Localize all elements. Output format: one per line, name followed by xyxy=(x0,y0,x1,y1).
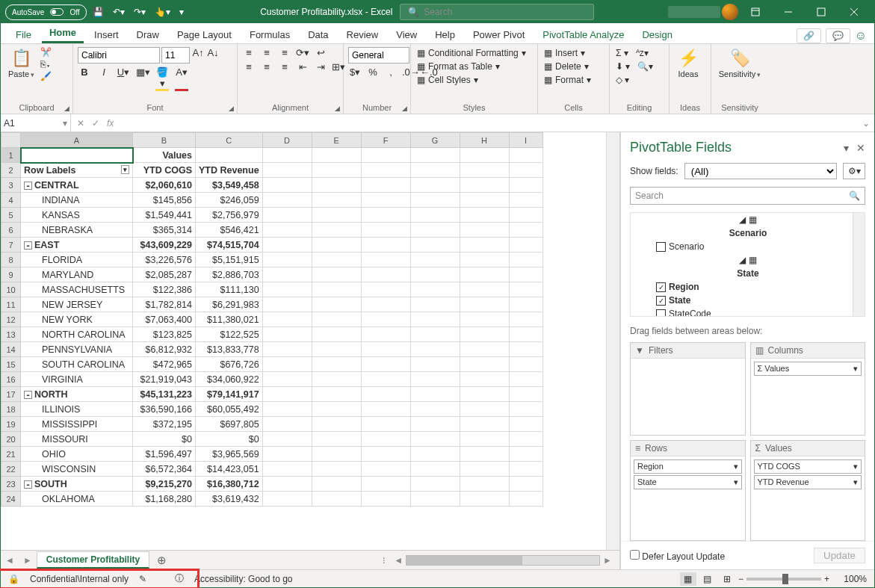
cell[interactable]: $676,726 xyxy=(196,357,263,372)
increase-indent-icon[interactable]: ⇥ xyxy=(314,61,327,72)
sheet-nav-next[interactable]: ► xyxy=(19,555,37,566)
cell[interactable] xyxy=(312,223,361,238)
cell[interactable]: $14,423,051 xyxy=(196,462,263,477)
cell[interactable] xyxy=(460,253,509,267)
insert-cells-button[interactable]: ▦ Insert ▾ xyxy=(542,47,593,59)
cell[interactable] xyxy=(509,432,542,447)
cell[interactable]: ILLINOIS xyxy=(21,402,133,417)
tab-design[interactable]: Design xyxy=(634,26,679,43)
cell[interactable] xyxy=(262,148,312,163)
currency-icon[interactable]: $▾ xyxy=(348,66,362,78)
cell[interactable] xyxy=(262,223,312,238)
cell[interactable] xyxy=(460,387,509,402)
cell[interactable]: $472,965 xyxy=(133,357,196,372)
horizontal-scrollbar[interactable]: ⫶ ◄ ► xyxy=(174,555,619,566)
cell[interactable] xyxy=(262,297,312,312)
cell[interactable]: Row Labels▾ xyxy=(21,163,133,178)
cell[interactable] xyxy=(361,327,410,342)
cell[interactable] xyxy=(361,372,410,387)
update-button[interactable]: Update xyxy=(814,548,865,563)
tab-file[interactable]: File xyxy=(8,26,39,43)
cell[interactable] xyxy=(262,387,312,402)
cell[interactable] xyxy=(410,417,460,432)
cell[interactable] xyxy=(410,178,460,193)
pane-close-icon[interactable]: ✕ xyxy=(856,142,865,154)
cell[interactable]: INDIANA xyxy=(21,193,133,208)
cell[interactable] xyxy=(262,372,312,387)
cell[interactable]: $372,195 xyxy=(133,417,196,432)
autosum-button[interactable]: Σ ▾ ᴬz▾ xyxy=(614,47,655,59)
fields-search-input[interactable]: Search 🔍 xyxy=(630,187,865,205)
name-box[interactable]: A1▾ xyxy=(1,114,71,131)
cell[interactable] xyxy=(361,462,410,477)
comma-icon[interactable]: , xyxy=(384,66,398,78)
filters-area[interactable]: ▼Filters xyxy=(630,342,746,436)
delete-cells-button[interactable]: ▦ Delete ▾ xyxy=(542,61,593,72)
paste-button[interactable]: 📋Paste xyxy=(5,47,37,80)
cell[interactable] xyxy=(262,238,312,253)
cell[interactable]: MARYLAND xyxy=(21,267,133,282)
zoom-level[interactable]: 100% xyxy=(832,574,867,584)
format-cells-button[interactable]: ▦ Format ▾ xyxy=(542,74,593,86)
cell[interactable] xyxy=(410,297,460,312)
cell[interactable] xyxy=(262,492,312,507)
cell[interactable] xyxy=(460,432,509,447)
cell[interactable]: $0 xyxy=(196,432,263,447)
cell[interactable] xyxy=(509,193,542,208)
cell[interactable]: Values xyxy=(133,148,196,163)
cell[interactable]: $2,886,703 xyxy=(196,267,263,282)
cell[interactable]: $546,421 xyxy=(196,223,263,238)
cell[interactable]: $1,549,441 xyxy=(133,208,196,223)
cell[interactable]: $6,291,983 xyxy=(196,297,263,312)
autosave-toggle[interactable]: AutoSave Off xyxy=(5,4,87,20)
cell[interactable]: -NORTH xyxy=(21,387,133,402)
cell[interactable]: MASSACHUSETTS xyxy=(21,282,133,297)
cell[interactable] xyxy=(262,477,312,492)
cell[interactable] xyxy=(312,178,361,193)
cell[interactable] xyxy=(509,402,542,417)
cell[interactable] xyxy=(460,282,509,297)
cell[interactable] xyxy=(410,462,460,477)
cell[interactable]: $43,609,229 xyxy=(133,238,196,253)
cell[interactable]: $246,059 xyxy=(196,193,263,208)
copy-icon[interactable]: ⎘▾ xyxy=(40,59,52,69)
cell[interactable] xyxy=(509,178,542,193)
fill-color-icon[interactable]: 🪣▾ xyxy=(155,66,169,91)
cell[interactable] xyxy=(312,327,361,342)
cell[interactable] xyxy=(509,238,542,253)
cell[interactable] xyxy=(262,282,312,297)
cell[interactable] xyxy=(21,148,133,163)
cell[interactable] xyxy=(460,267,509,282)
align-right-icon[interactable]: ≡ xyxy=(278,61,291,72)
cell[interactable] xyxy=(262,342,312,357)
cell[interactable] xyxy=(460,178,509,193)
cell[interactable] xyxy=(361,238,410,253)
cell[interactable]: YTD COGS xyxy=(133,163,196,178)
sensitivity-edit-icon[interactable]: ✎ xyxy=(139,574,146,584)
cell[interactable]: OHIO xyxy=(21,447,133,462)
cell[interactable]: YTD Revenue xyxy=(196,163,263,178)
cell[interactable] xyxy=(361,417,410,432)
cell[interactable] xyxy=(509,462,542,477)
cell[interactable] xyxy=(460,148,509,163)
cell[interactable] xyxy=(312,342,361,357)
cell[interactable] xyxy=(312,462,361,477)
cell[interactable] xyxy=(509,477,542,492)
ideas-button[interactable]: ⚡Ideas xyxy=(674,47,702,80)
cell[interactable] xyxy=(312,193,361,208)
defer-update-checkbox[interactable]: Defer Layout Update xyxy=(630,550,725,562)
cell[interactable]: $6,812,932 xyxy=(133,342,196,357)
cell[interactable]: $34,060,922 xyxy=(196,372,263,387)
accessibility-status[interactable]: Accessibility: Good to go xyxy=(194,574,292,584)
cell[interactable] xyxy=(312,357,361,372)
cell[interactable] xyxy=(361,193,410,208)
cell[interactable] xyxy=(460,477,509,492)
cell[interactable] xyxy=(509,387,542,402)
cell[interactable] xyxy=(410,372,460,387)
cell[interactable]: $1,782,814 xyxy=(133,297,196,312)
cancel-formula-icon[interactable]: ✕ xyxy=(77,118,84,129)
ribbon-options-icon[interactable] xyxy=(740,1,771,22)
cell[interactable] xyxy=(312,297,361,312)
align-middle-icon[interactable]: ≡ xyxy=(260,47,273,58)
cell[interactable] xyxy=(361,342,410,357)
